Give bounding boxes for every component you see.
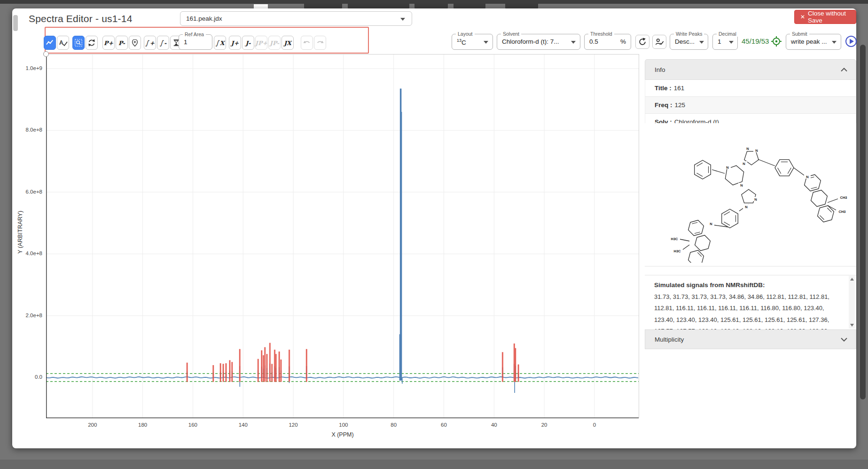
integral-remove-button[interactable]: ∫-	[157, 36, 169, 50]
x-tick-label: 60	[432, 422, 455, 428]
x-tick-label: 40	[482, 422, 506, 428]
molecule-drawing: NNNNNNNNNCH3CH3H3CH3C	[647, 126, 854, 263]
person-check-icon	[655, 38, 664, 46]
apply-peaks-button[interactable]	[652, 35, 666, 49]
close-icon: ✕	[800, 14, 805, 20]
solvent-value: Chloroform-d (t): 7...	[502, 38, 559, 45]
background-bottom-strip	[0, 460, 868, 469]
spectrum-plot[interactable]	[46, 54, 639, 418]
chevron-down-icon	[729, 41, 734, 44]
x-tick-label: 80	[382, 422, 406, 428]
chart-corner-handle[interactable]	[43, 51, 49, 57]
x-axis-label: X (PPM)	[46, 431, 639, 438]
threshold-field[interactable]: Threshold 0.5 %	[584, 34, 631, 50]
x-tick-label: 200	[81, 422, 104, 428]
svg-text:N: N	[726, 165, 728, 170]
integral-clear-button[interactable]: ∫X	[214, 36, 226, 50]
info-section-header[interactable]: Info	[645, 59, 856, 80]
write-peaks-select[interactable]: Write Peaks Desc...	[670, 34, 708, 50]
scroll-up-icon[interactable]	[850, 278, 854, 281]
integral-add-button[interactable]: ∫+	[144, 36, 156, 50]
peak-counter: 45/19/53	[742, 37, 769, 45]
molecule-structure: NNNNNNNNNCH3CH3H3CH3C	[645, 123, 856, 266]
peak-pick-button[interactable]	[129, 36, 141, 50]
submit-run-button[interactable]	[845, 35, 858, 48]
background-fragment	[254, 4, 268, 8]
x-tick-label: 0	[583, 422, 606, 428]
layout-select[interactable]: Layout 13C	[452, 34, 493, 50]
y-tick-label: 2.0e+8	[14, 313, 42, 318]
reset-zoom-button[interactable]	[86, 36, 98, 50]
scroll-down-icon[interactable]	[850, 324, 854, 327]
undo-button	[301, 36, 313, 50]
threshold-value: 0.5	[589, 38, 598, 45]
svg-text:N: N	[755, 149, 758, 153]
target-status	[771, 36, 782, 47]
chevron-down-icon	[571, 41, 576, 44]
page-scrollbar[interactable]	[860, 45, 866, 399]
x-tick-label: 20	[532, 422, 556, 428]
redo-icon	[316, 39, 324, 46]
svg-text:A: A	[59, 39, 63, 46]
ref-area-value: 1	[184, 39, 188, 46]
peak-remove-button[interactable]: P-	[116, 36, 128, 50]
line-chart-icon	[46, 39, 54, 47]
chevron-down-icon	[484, 41, 488, 44]
spectra-editor-modal: Spectra Editor - us1-14 161.peak.jdx ✕ C…	[12, 8, 856, 448]
zoom-area-icon	[74, 39, 83, 47]
x-tick-label: 180	[131, 422, 155, 428]
signals-title: Simulated signals from NMRshiftDB:	[654, 280, 840, 291]
threshold-unit: %	[620, 38, 626, 45]
jp-remove-button: JP-	[268, 36, 281, 50]
chevron-down-icon	[841, 337, 847, 342]
chevron-down-icon	[832, 41, 837, 44]
refresh-threshold-button[interactable]	[635, 35, 649, 49]
signals-scroll-thumb[interactable]	[13, 15, 18, 31]
peak-add-button[interactable]: P+	[102, 36, 115, 50]
svg-text:CH3: CH3	[840, 195, 847, 200]
y-tick-label: 1.0e+9	[14, 65, 42, 71]
zoom-select-button[interactable]	[72, 36, 85, 50]
signals-scrollbar[interactable]	[849, 276, 855, 328]
svg-text:N: N	[806, 175, 808, 179]
jx-button[interactable]: JX	[282, 36, 294, 50]
chevron-down-icon	[699, 41, 704, 44]
svg-text:N: N	[754, 197, 757, 202]
play-icon	[845, 35, 858, 48]
multiplicity-section-header[interactable]: Multiplicity	[645, 329, 856, 349]
y-tick-label: 0.0	[14, 374, 42, 380]
svg-text:N: N	[710, 222, 712, 226]
x-tick-label: 160	[181, 422, 204, 428]
auto-assign-button[interactable]: A	[57, 36, 69, 50]
chevron-down-icon	[400, 18, 405, 21]
simulated-signals-panel[interactable]: Simulated signals from NMRshiftDB: 31.73…	[645, 275, 856, 329]
close-without-save-button[interactable]: ✕ Close without Save	[794, 10, 856, 24]
x-tick-label: 100	[332, 422, 355, 428]
line-mode-button[interactable]	[44, 36, 56, 50]
solvent-select[interactable]: Solvent Chloroform-d (t): 7...	[497, 34, 580, 50]
svg-text:N: N	[740, 183, 743, 188]
signals-values: 31.73, 31.73, 31.73, 31.73, 34.86, 34.86…	[654, 293, 829, 330]
ref-area-field[interactable]: Ref Area 1	[179, 34, 212, 50]
write-peaks-value: Desc...	[675, 38, 695, 45]
j-remove-button[interactable]: J-	[242, 36, 254, 50]
svg-text:N: N	[746, 147, 749, 151]
redo-button	[314, 36, 326, 50]
spectrum-chart[interactable]: X (PPM) Y (ARBITRARY) 200180160140120100…	[46, 54, 639, 418]
info-row-title: Title :161	[645, 80, 856, 97]
svg-text:N: N	[745, 205, 747, 209]
decimal-value: 1	[718, 38, 721, 45]
spectrum-file-select[interactable]: 161.peak.jdx	[180, 11, 412, 26]
decimal-select[interactable]: Decimal 1	[712, 34, 738, 50]
submit-select[interactable]: Submit write peak ...	[786, 34, 841, 50]
y-tick-label: 8.0e+8	[14, 127, 42, 133]
j-add-button[interactable]: J+	[229, 36, 241, 50]
svg-text:H3C: H3C	[673, 249, 681, 253]
pin-plus-icon	[131, 39, 139, 47]
target-icon	[771, 36, 782, 47]
y-tick-label: 6.0e+8	[14, 189, 42, 195]
submit-value: write peak ...	[791, 38, 827, 45]
browser-top-strip	[0, 0, 868, 4]
svg-text:N: N	[743, 162, 745, 166]
undo-icon	[303, 39, 311, 46]
